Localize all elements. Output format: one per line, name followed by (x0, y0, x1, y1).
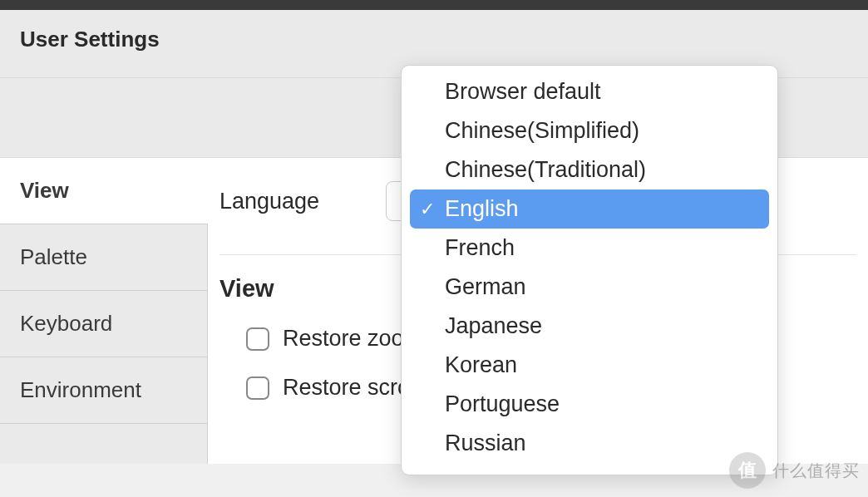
dropdown-option-label: French (445, 235, 515, 261)
watermark: 值 什么值得买 (729, 452, 860, 489)
window-top-bar (0, 0, 868, 10)
dropdown-option-french[interactable]: French (410, 229, 769, 268)
watermark-text: 什么值得买 (772, 460, 860, 482)
sidebar-tab-environment[interactable]: Environment (0, 357, 208, 424)
dropdown-option-label: Chinese(Traditional) (445, 157, 646, 183)
dropdown-option-label: Browser default (445, 79, 601, 105)
dropdown-option-label: Chinese(Simplified) (445, 118, 639, 144)
dropdown-option-chinese-traditional[interactable]: Chinese(Traditional) (410, 150, 769, 189)
page-title: User Settings (20, 27, 848, 52)
sidebar-tab-label: Palette (20, 244, 87, 269)
dropdown-option-label: Russian (445, 431, 526, 456)
checkbox-restore-zoom[interactable] (246, 327, 269, 351)
sidebar-tab-empty (0, 424, 208, 464)
dropdown-option-russian[interactable]: Russian (410, 424, 769, 463)
dropdown-option-label: Japanese (445, 313, 542, 339)
dropdown-option-portuguese[interactable]: Portuguese (410, 385, 769, 424)
language-dropdown-menu[interactable]: Browser default Chinese(Simplified) Chin… (401, 65, 778, 475)
dropdown-option-browser-default[interactable]: Browser default (410, 72, 769, 111)
settings-sidebar: View Palette Keyboard Environment (0, 158, 208, 464)
sidebar-tab-label: Environment (20, 377, 141, 402)
dropdown-option-japanese[interactable]: Japanese (410, 307, 769, 346)
sidebar-tab-palette[interactable]: Palette (0, 224, 208, 291)
dropdown-option-german[interactable]: German (410, 268, 769, 307)
sidebar-tab-view[interactable]: View (0, 158, 208, 224)
dropdown-option-english[interactable]: ✓ English (410, 189, 769, 229)
dropdown-option-label: German (445, 274, 526, 300)
check-icon: ✓ (418, 199, 436, 220)
watermark-badge: 值 (729, 452, 766, 489)
dropdown-option-korean[interactable]: Korean (410, 346, 769, 385)
checkbox-label: Restore zoo (283, 326, 404, 352)
sidebar-tab-keyboard[interactable]: Keyboard (0, 291, 208, 357)
dropdown-option-chinese-simplified[interactable]: Chinese(Simplified) (410, 111, 769, 150)
sidebar-tab-label: Keyboard (20, 311, 112, 336)
dropdown-option-label: Portuguese (445, 391, 560, 417)
language-label: Language (219, 189, 386, 214)
checkbox-restore-scroll[interactable] (246, 376, 269, 400)
dropdown-option-label: Korean (445, 352, 517, 378)
sidebar-tab-label: View (20, 178, 69, 203)
dropdown-option-label: English (445, 196, 519, 222)
